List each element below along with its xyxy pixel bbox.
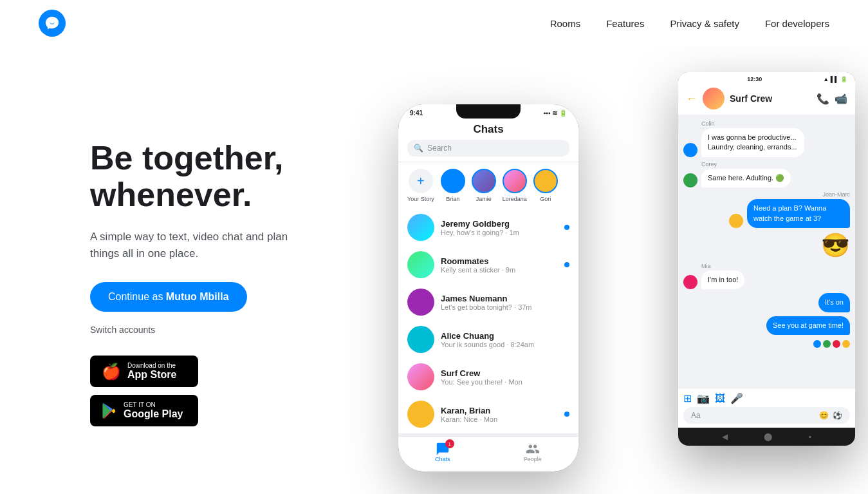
chat-info: James Nuemann Let's get boba tonight? · … — [441, 294, 569, 311]
message-bubble: It's on — [818, 293, 850, 312]
chat-avatar — [407, 326, 434, 353]
unread-dot — [564, 225, 569, 230]
recents-nav-button[interactable]: ▪ — [809, 432, 811, 441]
mic-icon[interactable]: 🎤 — [730, 392, 743, 404]
story-avatar — [503, 169, 527, 193]
android-mockup: 12:30 ▲ ▌▌ 🔋 ← Surf Crew 📞 📹 — [678, 72, 855, 446]
chat-item[interactable]: Roommates Kelly sent a sticker · 9m — [398, 246, 578, 283]
android-nav-bar: ◀ ⬤ ▪ — [678, 428, 855, 446]
message-bubble: Need a plan B? Wanna watch the game at 3… — [747, 199, 850, 228]
story-gori[interactable]: Gori — [533, 169, 558, 202]
stories-row: + Your Story Brian Jamie Loredana — [398, 162, 578, 209]
chats-title: Chats — [407, 123, 569, 136]
back-nav-button[interactable]: ◀ — [722, 432, 728, 441]
chat-item[interactable]: Surf Crew You: See you there! · Mon — [398, 358, 578, 395]
chat-item[interactable]: James Nuemann Let's get boba tonight? · … — [398, 283, 578, 321]
story-avatar — [472, 169, 496, 193]
android-chat-header: ← Surf Crew 📞 📹 — [678, 84, 855, 115]
appstore-button[interactable]: 🍎 Download on the App Store — [90, 356, 198, 387]
continue-button[interactable]: Continue as Mutuo Mbilla — [90, 282, 247, 312]
chat-info: Karan, Brian Karan: Nice · Mon — [441, 406, 558, 423]
android-input-area: ⊞ 📷 🖼 🎤 Aa 😊 ⚽ — [678, 388, 855, 428]
input-toolbar: ⊞ 📷 🖼 🎤 — [683, 392, 850, 404]
switch-accounts-link[interactable]: Switch accounts — [90, 325, 290, 335]
message-bubble: I was gonna be productive... Laundry, cl… — [701, 128, 804, 157]
chat-avatar — [407, 363, 434, 390]
group-avatar — [703, 88, 725, 109]
nav-privacy[interactable]: Privacy & safety — [670, 18, 739, 29]
android-status-bar: 12:30 ▲ ▌▌ 🔋 — [678, 72, 855, 84]
search-icon: 🔍 — [414, 144, 423, 153]
add-story-button: + — [409, 169, 433, 193]
video-icon[interactable]: 📹 — [835, 93, 847, 105]
tab-chats[interactable]: Chats 1 — [435, 442, 450, 462]
grid-icon[interactable]: ⊞ — [683, 392, 692, 404]
message-row: Colin I was gonna be productive... Laund… — [683, 120, 850, 157]
search-bar[interactable]: 🔍 Search — [407, 140, 569, 157]
googleplay-button[interactable]: GET IT ON Google Play — [90, 395, 198, 426]
chat-info: Surf Crew You: See you there! · Mon — [441, 368, 569, 386]
unread-dot — [564, 262, 569, 267]
message-row: See you at game time! — [683, 316, 850, 335]
story-your[interactable]: + Your Story — [407, 169, 434, 202]
emoji-button[interactable]: 😊 — [819, 411, 829, 420]
chat-item[interactable]: Jeremy Goldberg Hey, how's it going? · 1… — [398, 209, 578, 246]
chat-avatar — [407, 214, 434, 241]
tab-badge: 1 — [445, 439, 454, 448]
chat-info: Roommates Kelly sent a sticker · 9m — [441, 256, 558, 274]
phone-icon[interactable]: 📞 — [817, 93, 829, 105]
image-icon[interactable]: 🖼 — [715, 393, 725, 404]
chat-item[interactable]: Karan, Brian Karan: Nice · Mon — [398, 395, 578, 433]
iphone-notch — [456, 104, 521, 119]
message-row: Corey Same here. Adulting. 🟢 — [683, 161, 850, 187]
chat-info: Jeremy Goldberg Hey, how's it going? · 1… — [441, 219, 558, 236]
emoji-message: 😎 — [821, 232, 850, 259]
android-messages: Colin I was gonna be productive... Laund… — [678, 115, 855, 388]
story-avatar — [533, 169, 558, 193]
seen-avatars — [683, 340, 850, 348]
messenger-logo — [39, 10, 66, 37]
tab-chats-label: Chats — [435, 456, 450, 462]
message-row: Mia I'm in too! — [683, 263, 850, 289]
story-loredana[interactable]: Loredana — [503, 169, 527, 202]
sender-avatar — [683, 275, 697, 289]
message-input[interactable]: Aa 😊 ⚽ — [683, 407, 850, 424]
story-brian[interactable]: Brian — [441, 169, 465, 202]
header-actions: 📞 📹 — [817, 93, 847, 105]
camera-icon[interactable]: 📷 — [697, 392, 710, 404]
tab-people[interactable]: People — [524, 442, 542, 462]
chat-avatar — [407, 251, 434, 278]
sticker-icon[interactable]: ⚽ — [833, 411, 842, 420]
message-row: It's on — [683, 293, 850, 312]
logo[interactable] — [39, 10, 66, 37]
story-avatar — [441, 169, 465, 193]
iphone-chat-header: Chats 🔍 Search — [398, 119, 578, 162]
android-inner: 12:30 ▲ ▌▌ 🔋 ← Surf Crew 📞 📹 — [678, 72, 855, 446]
message-row: Joan-Marc Need a plan B? Wanna watch the… — [683, 191, 850, 228]
home-nav-button[interactable]: ⬤ — [764, 432, 772, 441]
tab-people-label: People — [524, 456, 542, 462]
sender-avatar — [683, 173, 697, 187]
nav-features[interactable]: Features — [606, 18, 644, 29]
chat-avatar — [407, 289, 434, 316]
phones-illustration: 9:41 ▪▪▪ ≋ 🔋 Chats 🔍 Search + Your Story — [385, 66, 868, 491]
nav-developers[interactable]: For developers — [765, 18, 829, 29]
chat-info: Alice Chuang Your ik sounds good · 8:24a… — [441, 331, 569, 348]
story-jamie[interactable]: Jamie — [472, 169, 496, 202]
iphone-mockup: 9:41 ▪▪▪ ≋ 🔋 Chats 🔍 Search + Your Story — [398, 104, 578, 471]
unread-dot — [564, 412, 569, 417]
search-placeholder: Search — [427, 144, 452, 153]
sender-avatar — [729, 214, 743, 228]
hero-title: Be together, whenever. — [90, 140, 290, 213]
header: Rooms Features Privacy & safety For deve… — [0, 0, 868, 46]
sender-avatar — [683, 143, 697, 157]
tab-bar: Chats 1 People — [398, 436, 578, 471]
message-bubble: Same here. Adulting. 🟢 — [701, 169, 791, 187]
main-nav: Rooms Features Privacy & safety For deve… — [550, 18, 829, 29]
chat-item[interactable]: Alice Chuang Your ik sounds good · 8:24a… — [398, 321, 578, 358]
message-bubble: I'm in too! — [701, 271, 744, 289]
nav-rooms[interactable]: Rooms — [550, 18, 581, 29]
back-button[interactable]: ← — [686, 92, 697, 106]
group-name: Surf Crew — [730, 93, 811, 104]
chat-list: Jeremy Goldberg Hey, how's it going? · 1… — [398, 209, 578, 433]
